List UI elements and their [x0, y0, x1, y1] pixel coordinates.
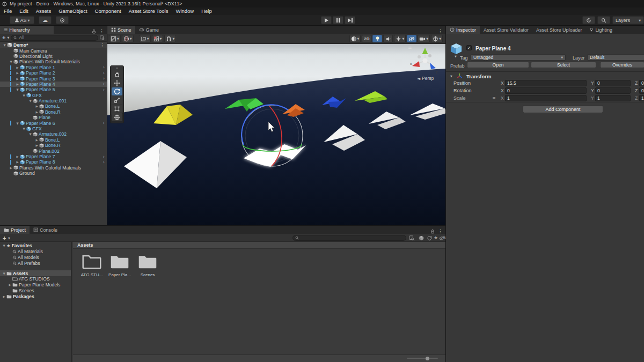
hierarchy-row-paper-plane-2[interactable]: ▶Paper Plane 2› — [0, 70, 107, 76]
project-tree-all-prefabs[interactable]: All Prefabs — [0, 260, 71, 266]
transform-tool-button[interactable] — [112, 113, 122, 121]
overlay-menu-icon[interactable]: ≡ — [408, 45, 412, 50]
drag-handle-icon[interactable]: ≡ — [112, 67, 122, 70]
menu-edit[interactable]: Edit — [16, 8, 32, 15]
prefab-chevron-icon[interactable]: › — [103, 121, 107, 125]
scale-tool-button[interactable] — [112, 96, 122, 104]
foldout-expanded-icon[interactable]: ▼ — [9, 60, 13, 63]
dropdown-arrow-icon[interactable]: ▼ — [426, 37, 428, 40]
tab-scene[interactable]: Scene — [107, 26, 135, 34]
link-scale-icon[interactable]: ∞ — [492, 95, 496, 100]
foldout-collapsed-icon[interactable]: ▶ — [15, 71, 20, 75]
toggle-2d-button[interactable]: 2D — [362, 35, 371, 42]
kebab-menu-icon[interactable]: ⋮ — [438, 28, 443, 34]
account-button[interactable]: AS ▼ — [10, 16, 34, 24]
step-button[interactable] — [345, 16, 355, 24]
foldout-collapsed-icon[interactable]: ▶ — [15, 77, 20, 80]
tab-asset-store-validator[interactable]: Asset Store Validator — [480, 26, 532, 34]
prefab-chevron-icon[interactable]: › — [103, 160, 107, 165]
foldout-collapsed-icon[interactable]: ▶ — [34, 144, 39, 147]
foldout-expanded-icon[interactable]: ▼ — [28, 99, 33, 102]
foldout-expanded-icon[interactable]: ▼ — [28, 132, 33, 136]
services-button[interactable] — [56, 16, 69, 24]
scene-audio-button[interactable] — [383, 35, 393, 42]
hierarchy-row-plane-002[interactable]: Plane.002 — [0, 148, 107, 153]
hierarchy-row-ground[interactable]: Ground — [0, 171, 107, 176]
foldout-arrow-icon[interactable]: ▼ — [450, 75, 452, 78]
menu-help[interactable]: Help — [197, 8, 216, 15]
foldout-collapsed-icon[interactable]: ▶ — [34, 110, 39, 114]
prefab-cube-icon[interactable] — [450, 43, 462, 55]
hierarchy-search-input[interactable]: All — [11, 35, 98, 41]
foldout-expanded-icon[interactable]: ▼ — [21, 94, 26, 97]
hierarchy-row-paper-plane-8[interactable]: ▶Paper Plane 8› — [0, 159, 107, 165]
foldout-collapsed-icon[interactable]: ▶ — [15, 160, 20, 164]
prefab-chevron-icon[interactable]: › — [103, 154, 107, 159]
scene-viewport[interactable]: x z ◄ Persp ≡ ≡ — [107, 44, 445, 225]
prefab-chevron-icon[interactable]: › — [103, 76, 107, 81]
asset-folder-atg-stu-[interactable]: ATG STU... — [79, 254, 104, 277]
foldout-collapsed-icon[interactable]: ▶ — [15, 83, 20, 86]
dropdown-arrow-icon[interactable]: ▼ — [160, 37, 162, 40]
foldout-collapsed-icon[interactable]: ▶ — [9, 166, 13, 169]
prefab-select-button[interactable]: Select — [531, 62, 596, 68]
gizmos-button[interactable]: ▼ — [431, 35, 443, 42]
dropdown-arrow-icon[interactable]: ▼ — [130, 37, 132, 40]
move-tool-button[interactable] — [112, 79, 122, 87]
icon-size-slider[interactable] — [407, 358, 438, 359]
foldout-collapsed-icon[interactable]: ▶ — [8, 283, 12, 286]
foldout-collapsed-icon[interactable]: ▶ — [34, 105, 39, 108]
foldout-expanded-icon[interactable]: ▼ — [15, 122, 20, 125]
scale-x-field[interactable]: 1 — [505, 95, 587, 101]
hierarchy-row-paper-plane-3[interactable]: ▶Paper Plane 3› — [0, 76, 107, 81]
cloud-button[interactable]: ☁ — [39, 16, 52, 24]
create-button[interactable]: + — [3, 235, 6, 241]
asset-folder-paper-pla-[interactable]: Paper Pla... — [107, 254, 132, 277]
tab-asset-store-uploader[interactable]: Asset Store Uploader — [532, 26, 586, 34]
transform-title[interactable]: Transform — [466, 73, 491, 79]
hierarchy-row-paper-plane-7[interactable]: ▶Paper Plane 7› — [0, 154, 107, 159]
rotation-y-field[interactable]: 0 — [595, 87, 631, 94]
lock-icon[interactable] — [430, 229, 435, 234]
tab-hierarchy[interactable]: ☰ Hierarchy — [0, 26, 54, 34]
create-dropdown-icon[interactable]: ▼ — [7, 36, 9, 39]
search-by-label-icon[interactable] — [427, 236, 432, 241]
shading-mode-button[interactable]: ▼ — [349, 35, 361, 42]
project-search-input[interactable] — [292, 235, 406, 241]
scene-effects-button[interactable]: ▼ — [394, 35, 406, 42]
hierarchy-row-bone-l[interactable]: ▶Bone.L — [0, 104, 107, 109]
dropdown-arrow-icon[interactable]: ▼ — [357, 37, 360, 40]
hierarchy-row-planes-with-colorful-materials[interactable]: ▶Planes With Colorful Materials — [0, 165, 107, 171]
tab-console[interactable]: Console — [30, 226, 61, 234]
foldout-expanded-icon[interactable]: ▼ — [2, 244, 6, 247]
prefab-chevron-icon[interactable]: › — [103, 65, 107, 70]
foldout-expanded-icon[interactable]: ▼ — [2, 272, 6, 275]
scale-y-field[interactable]: 1 — [595, 95, 631, 101]
prefab-chevron-icon[interactable]: › — [103, 87, 107, 92]
project-tree-all-models[interactable]: All Models — [0, 255, 71, 261]
grid-visibility-button[interactable]: ▼ — [122, 35, 134, 42]
rect-tool-button[interactable] — [112, 105, 122, 113]
hierarchy-row-bone-r[interactable]: ▶Bone.R — [0, 109, 107, 115]
position-y-field[interactable]: 0 — [595, 80, 631, 86]
hierarchy-row-gfx[interactable]: ▼GFX — [0, 93, 107, 98]
rotation-x-field[interactable]: 0 — [505, 87, 587, 94]
hierarchy-row-directional-light[interactable]: Directional Light — [0, 54, 107, 59]
dropdown-arrow-icon[interactable]: ▼ — [117, 37, 119, 40]
hierarchy-row-bone-l[interactable]: ▶Bone.L — [0, 137, 107, 143]
menu-window[interactable]: Window — [172, 8, 197, 15]
project-tree-atg-studios[interactable]: ATG STUDIOS — [0, 276, 71, 282]
dropdown-arrow-icon[interactable]: ▼ — [402, 37, 404, 40]
project-tree-scenes[interactable]: Scenes — [0, 288, 71, 294]
kebab-menu-icon[interactable]: ⋮ — [99, 28, 104, 34]
dropdown-arrow-icon[interactable]: ▼ — [172, 37, 174, 40]
prefab-expand-icon[interactable]: ▼ — [455, 55, 457, 58]
hierarchy-row-gfx[interactable]: ▼GFX — [0, 126, 107, 131]
create-button[interactable]: + — [2, 34, 5, 41]
kebab-menu-icon[interactable]: ⋮ — [100, 42, 107, 48]
position-z-field[interactable]: 0 — [639, 80, 644, 86]
hierarchy-row-planes-with-default-materials[interactable]: ▼Planes With Default Materials — [0, 59, 107, 64]
position-x-field[interactable]: 15.5 — [505, 80, 587, 86]
rotation-z-field[interactable]: 0 — [639, 87, 644, 94]
foldout-collapsed-icon[interactable]: ▶ — [2, 295, 6, 298]
